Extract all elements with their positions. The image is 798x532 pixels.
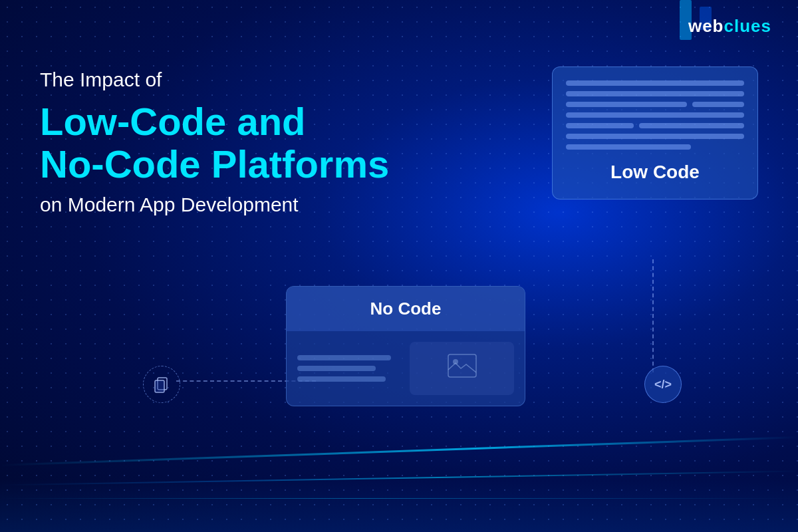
sub-title: on Modern App Development: [40, 194, 389, 216]
no-code-label: No Code: [300, 299, 511, 319]
streak-decoration-1: [0, 436, 797, 466]
line-row-7: [566, 144, 744, 150]
line-row-6: [566, 134, 744, 139]
subtitle-text: The Impact of: [40, 66, 389, 92]
logo-clues-part: clues: [724, 16, 772, 36]
line-row-2: [566, 91, 744, 96]
no-code-line: [297, 376, 386, 382]
line-row-4: [566, 112, 744, 118]
line-bar: [566, 123, 634, 128]
bottom-glow: [0, 479, 798, 532]
line-row-3: [566, 102, 744, 107]
left-content-area: The Impact of Low-Code and No-Code Platf…: [40, 66, 389, 216]
no-code-line: [297, 366, 376, 371]
no-code-card: No Code: [286, 286, 525, 406]
line-bar: [639, 123, 744, 128]
image-placeholder-icon: [448, 354, 477, 383]
no-code-line: [297, 355, 391, 360]
main-title-line2: No-Code Platforms: [40, 142, 389, 186]
dashed-line-vertical: [652, 259, 654, 372]
line-bar: [692, 102, 744, 107]
line-row-5: [566, 123, 744, 128]
line-bar: [566, 80, 744, 86]
low-code-lines-visual: [566, 80, 744, 150]
low-code-card: Low Code: [552, 66, 758, 200]
logo-web-part: web: [688, 16, 724, 36]
main-title: Low-Code and No-Code Platforms: [40, 100, 389, 186]
low-code-label: Low Code: [566, 162, 744, 183]
brand-logo: webclues: [688, 16, 771, 37]
no-code-header: No Code: [287, 287, 525, 331]
main-title-line1: Low-Code and: [40, 100, 306, 143]
line-bar: [566, 144, 691, 150]
line-bar: [566, 112, 744, 118]
copy-icon: [143, 366, 180, 403]
no-code-image-placeholder: [410, 342, 514, 395]
svg-rect-1: [155, 380, 164, 392]
code-tag-symbol: </>: [654, 378, 672, 392]
no-code-body: [287, 331, 525, 406]
line-bar: [566, 102, 687, 107]
line-row-1: [566, 80, 744, 86]
background: webclues The Impact of Low-Code and No-C…: [0, 0, 798, 532]
code-tag-icon: </>: [644, 366, 682, 403]
line-bar: [566, 134, 744, 139]
line-bar: [566, 91, 744, 96]
no-code-lines-visual: [297, 342, 402, 395]
copy-svg-icon: [152, 375, 171, 394]
